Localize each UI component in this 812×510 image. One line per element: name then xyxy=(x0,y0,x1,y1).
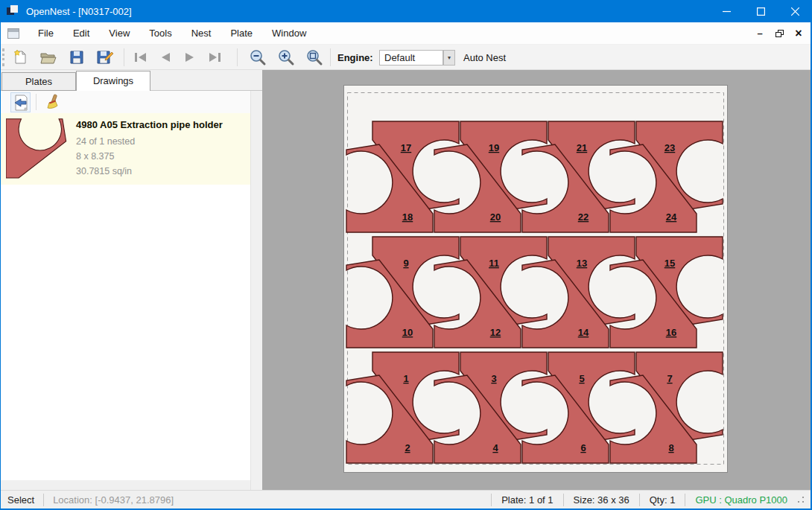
plate-view[interactable]: 171819202122232491011121314151612345678 xyxy=(343,85,728,473)
part-number: 8 xyxy=(668,442,673,453)
status-size: Size: 36 x 36 xyxy=(574,494,629,506)
part-number: 9 xyxy=(403,258,408,269)
part-number: 23 xyxy=(664,142,675,153)
part-number: 11 xyxy=(489,258,499,269)
part-number: 1 xyxy=(403,373,408,384)
menu-tools[interactable]: Tools xyxy=(139,22,181,45)
tab-drawings[interactable]: Drawings xyxy=(76,71,150,92)
minimize-icon xyxy=(723,7,731,16)
part-number: 10 xyxy=(402,327,413,338)
nav-last-icon xyxy=(207,51,222,63)
panel-horizontal-scrollbar[interactable] xyxy=(0,480,250,490)
open-folder-icon xyxy=(39,49,57,66)
panel-toolbar xyxy=(0,91,250,113)
zoom-in-button[interactable] xyxy=(276,48,296,67)
nav-first-icon xyxy=(133,51,148,63)
save-as-button[interactable] xyxy=(95,48,115,67)
menu-plate[interactable]: Plate xyxy=(221,22,262,45)
zoom-fit-button[interactable] xyxy=(305,48,324,67)
part-number: 7 xyxy=(667,373,672,384)
zoom-in-icon xyxy=(277,48,295,66)
drawing-list-item[interactable]: 4980 A05 Extraction pipe holder 24 of 1 … xyxy=(0,113,250,185)
part-number: 14 xyxy=(578,327,589,338)
drawing-title: 4980 A05 Extraction pipe holder xyxy=(76,119,223,130)
engine-dropdown-button[interactable]: ▾ xyxy=(443,50,455,66)
part-number: 22 xyxy=(578,211,589,223)
maximize-icon xyxy=(757,7,765,16)
zoom-out-icon xyxy=(249,48,267,66)
part-number: 2 xyxy=(405,442,410,453)
chevron-down-icon: ▾ xyxy=(448,54,451,61)
panel-vertical-scrollbar[interactable] xyxy=(250,91,262,490)
auto-nest-button[interactable]: Auto Nest xyxy=(463,52,506,63)
drawing-nested-count: 24 of 1 nested xyxy=(76,134,223,149)
status-bar: Select Location: [-0.9437, 21.8796] Plat… xyxy=(0,490,812,509)
part-number: 17 xyxy=(401,142,411,153)
part-number: 21 xyxy=(577,142,587,153)
part-number: 24 xyxy=(666,211,677,223)
nav-last-button[interactable] xyxy=(205,48,224,67)
menu-view[interactable]: View xyxy=(99,22,139,45)
part-number: 20 xyxy=(490,211,501,223)
status-mode: Select xyxy=(7,494,34,506)
drawing-dimensions: 8 x 8.375 xyxy=(76,149,223,164)
engine-select[interactable]: Default xyxy=(379,50,443,66)
nav-previous-icon xyxy=(159,51,172,63)
engine-label: Engine: xyxy=(337,52,373,63)
status-gpu: GPU : Quadro P1000 xyxy=(695,494,787,506)
nav-next-icon xyxy=(183,51,197,63)
open-file-button[interactable] xyxy=(39,48,58,67)
drawing-area: 30.7815 sq/in xyxy=(76,164,223,179)
import-drawing-button[interactable] xyxy=(10,92,31,112)
main-toolbar: Engine: Default ▾ Auto Nest xyxy=(0,45,812,70)
part-thumbnail xyxy=(6,118,67,179)
mdi-restore-button[interactable] xyxy=(773,28,785,39)
part-number: 16 xyxy=(666,327,676,338)
restore-icon xyxy=(775,30,784,37)
menu-bar: File Edit View Tools Nest Plate Window –… xyxy=(0,22,812,45)
window-title: OpenNest - [N0317-002] xyxy=(26,6,132,17)
menu-window[interactable]: Window xyxy=(262,22,316,45)
part-number: 6 xyxy=(580,442,586,453)
part-number: 13 xyxy=(577,258,587,269)
mdi-minimize-button[interactable]: – xyxy=(754,28,766,39)
nav-next-button[interactable] xyxy=(180,48,200,67)
part-number: 3 xyxy=(491,373,496,384)
part-number: 15 xyxy=(664,258,675,269)
status-qty: Qty: 1 xyxy=(650,494,676,506)
nav-first-button[interactable] xyxy=(131,48,150,67)
save-as-icon xyxy=(96,49,114,66)
nav-previous-button[interactable] xyxy=(156,48,175,67)
new-file-icon xyxy=(12,49,28,66)
window-border-left xyxy=(0,22,1,509)
import-arrow-icon xyxy=(13,95,29,111)
part-number: 19 xyxy=(489,142,499,153)
part-number: 18 xyxy=(402,211,413,223)
tab-plates[interactable]: Plates xyxy=(1,72,76,91)
part-number: 12 xyxy=(490,327,501,338)
menu-nest[interactable]: Nest xyxy=(182,22,221,45)
resize-grip[interactable] xyxy=(797,496,805,503)
close-icon xyxy=(791,7,799,16)
app-icon xyxy=(7,5,19,17)
menu-edit[interactable]: Edit xyxy=(63,22,99,45)
close-button[interactable] xyxy=(778,0,812,22)
new-file-button[interactable] xyxy=(10,48,30,67)
part-number: 4 xyxy=(492,442,498,453)
menu-file[interactable]: File xyxy=(28,22,63,45)
broom-icon xyxy=(43,94,61,112)
save-icon xyxy=(69,49,85,66)
status-location: Location: [-0.9437, 21.8796] xyxy=(53,494,174,506)
zoom-out-button[interactable] xyxy=(248,48,267,67)
document-system-icon[interactable] xyxy=(7,28,19,39)
zoom-fit-icon xyxy=(305,48,323,66)
mdi-close-button[interactable]: × xyxy=(793,28,805,39)
clear-broom-button[interactable] xyxy=(42,92,62,112)
part-number: 5 xyxy=(579,373,584,384)
save-button[interactable] xyxy=(67,48,86,67)
status-plate: Plate: 1 of 1 xyxy=(501,494,553,506)
panel-tabstrip: Plates Drawings xyxy=(0,70,262,91)
toolbar-grip[interactable] xyxy=(2,48,4,66)
minimize-button[interactable] xyxy=(709,0,743,22)
maximize-button[interactable] xyxy=(743,0,778,22)
